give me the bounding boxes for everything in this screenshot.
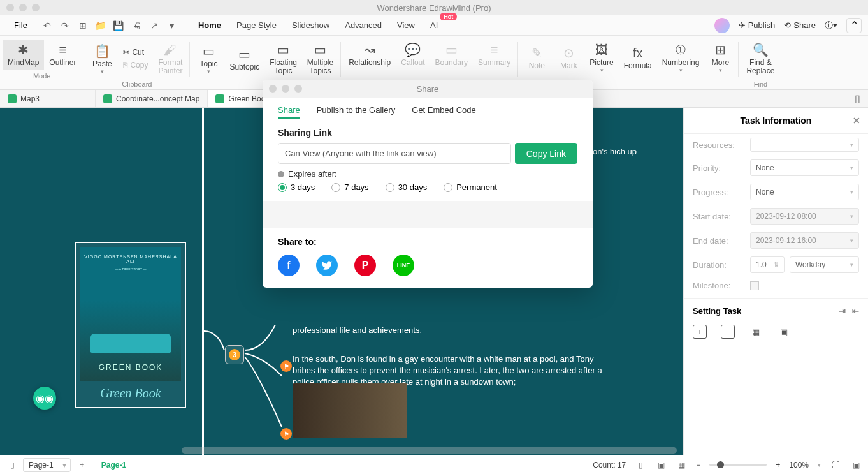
export-icon[interactable]: ↗: [148, 20, 160, 31]
dialog-close-icon[interactable]: [269, 85, 277, 93]
tab-page-style[interactable]: Page Style: [235, 18, 278, 33]
undo-icon[interactable]: ↶: [41, 20, 53, 31]
relationship-button[interactable]: ↝Relationship: [344, 40, 396, 70]
tab-advanced[interactable]: Advanced: [344, 18, 383, 33]
fit-page-icon[interactable]: ▣: [850, 459, 862, 471]
numbering-button[interactable]: ①Numbering▾: [657, 40, 705, 76]
tab-ai[interactable]: AI Hot: [429, 18, 439, 33]
page-selector[interactable]: Page-1▾: [23, 458, 71, 472]
zoom-out-button[interactable]: −: [696, 461, 700, 470]
zoom-slider[interactable]: [709, 464, 767, 466]
fullscreen-icon[interactable]: ⛶: [830, 459, 841, 471]
zoom-in-button[interactable]: +: [776, 461, 780, 470]
open-icon[interactable]: 📁: [95, 20, 106, 31]
add-page-button[interactable]: +: [76, 459, 89, 471]
priority-field[interactable]: None▾: [750, 159, 859, 176]
grid-task-icon[interactable]: ▦: [749, 325, 763, 339]
copy-button[interactable]: ⎘Copy: [120, 59, 150, 71]
file-menu[interactable]: File: [6, 18, 35, 33]
zoom-level[interactable]: 100%: [789, 461, 809, 470]
outliner-mode-button[interactable]: ≡ Outliner: [44, 40, 81, 70]
picture-button[interactable]: 🖼Picture▾: [584, 40, 618, 76]
user-avatar[interactable]: [714, 18, 730, 33]
expiry-permanent[interactable]: Permanent: [444, 182, 497, 192]
end-date-field[interactable]: 2023-09-12 16:00▾: [750, 232, 859, 249]
panel-toggle-icon[interactable]: ▯: [851, 93, 863, 105]
dialog-tab-share[interactable]: Share: [278, 105, 300, 119]
tab-view[interactable]: View: [396, 18, 416, 33]
subtopic-button[interactable]: ▭Subtopic: [224, 40, 264, 78]
indent-icon[interactable]: ⇥: [839, 306, 846, 316]
topic-node-3[interactable]: 3: [225, 345, 244, 364]
new-icon[interactable]: ⊞: [77, 20, 89, 31]
central-topic-greenbook[interactable]: VIGGO MORTENSEN MAHERSHALA ALI — A TRUE …: [75, 242, 186, 408]
mindmap-mode-button[interactable]: ✱ MindMap: [3, 40, 44, 70]
outdent-icon[interactable]: ⇤: [852, 306, 859, 316]
tab-slideshow[interactable]: Slideshow: [291, 18, 331, 33]
find-replace-button[interactable]: 🔍Find & Replace: [741, 40, 779, 78]
cut-button[interactable]: ✂Cut: [120, 47, 150, 58]
milestone-checkbox[interactable]: [750, 281, 759, 290]
duration-value-field[interactable]: 1.0⇅: [750, 256, 785, 273]
collapse-ribbon-button[interactable]: ⌃: [846, 18, 862, 33]
share-link-input[interactable]: [278, 143, 511, 164]
copy-link-button[interactable]: Copy Link: [515, 143, 577, 164]
facebook-icon[interactable]: f: [278, 255, 300, 276]
zoom-thumb[interactable]: [717, 461, 724, 468]
format-painter-label: Format Painter: [158, 59, 182, 75]
dialog-minimize-icon[interactable]: [282, 85, 289, 93]
maximize-window-icon[interactable]: [32, 4, 40, 11]
horizontal-scrollbar[interactable]: [182, 447, 677, 454]
export-dropdown-icon[interactable]: ▾: [166, 20, 178, 31]
view-mode-1-icon[interactable]: ▯: [635, 459, 646, 471]
duration-unit-field[interactable]: Workday▾: [790, 256, 859, 273]
close-window-icon[interactable]: [6, 4, 14, 11]
add-task-icon[interactable]: +: [693, 325, 707, 339]
start-date-field[interactable]: 2023-09-12 08:00▾: [750, 208, 859, 225]
paste-button[interactable]: 📋 Paste ▾: [86, 40, 118, 78]
active-page-tab[interactable]: Page-1: [101, 461, 126, 470]
redo-icon[interactable]: ↷: [59, 20, 71, 31]
ai-assistant-fab[interactable]: ◉◉: [33, 387, 56, 410]
resources-field[interactable]: ▾: [750, 138, 859, 152]
outline-toggle-icon[interactable]: ▯: [6, 459, 18, 471]
dialog-maximize-icon[interactable]: [294, 85, 302, 93]
mark-button[interactable]: ⊙Mark: [553, 40, 584, 76]
doctab-map3[interactable]: Map3: [0, 90, 96, 107]
outliner-icon: ≡: [59, 42, 67, 57]
view-mode-3-icon[interactable]: ▦: [676, 459, 687, 471]
remove-task-icon[interactable]: −: [721, 325, 735, 339]
doctab-coordinate[interactable]: Coordinate...oncept Map: [96, 90, 208, 107]
flag-marker-icon[interactable]: ⚑: [280, 428, 292, 440]
expiry-7days[interactable]: 7 days: [331, 182, 368, 192]
expiry-3days[interactable]: 3 days: [278, 182, 315, 192]
topic-button[interactable]: ▭Topic▾: [192, 40, 224, 78]
print-icon[interactable]: 🖨: [131, 20, 142, 31]
format-painter-button[interactable]: 🖌 Format Painter: [153, 40, 187, 78]
formula-button[interactable]: fxFormula: [619, 40, 657, 76]
multiple-topics-button[interactable]: ▭Multiple Topics: [302, 40, 338, 78]
summary-button[interactable]: ≡Summary: [473, 40, 516, 70]
line-icon[interactable]: LINE: [393, 255, 414, 276]
twitter-icon[interactable]: [316, 255, 338, 276]
share-button[interactable]: ⟲ Share: [784, 20, 816, 30]
progress-field[interactable]: None▾: [750, 184, 859, 200]
floating-topic-button[interactable]: ▭Floating Topic: [264, 40, 302, 78]
view-mode-2-icon[interactable]: ▣: [655, 459, 667, 471]
callout-button[interactable]: 💬Callout: [396, 40, 430, 70]
note-button[interactable]: ✎Note: [521, 40, 553, 76]
more-button[interactable]: ⊞More▾: [704, 40, 736, 76]
publish-button[interactable]: ✈ Publish: [739, 20, 776, 30]
tile-task-icon[interactable]: ▣: [777, 325, 791, 339]
boundary-button[interactable]: ▭Boundary: [430, 40, 473, 70]
pinterest-icon[interactable]: P: [354, 255, 376, 276]
minimize-window-icon[interactable]: [19, 4, 27, 11]
dialog-tab-gallery[interactable]: Publish to the Gallery: [317, 105, 396, 119]
expiry-30days[interactable]: 30 days: [386, 182, 428, 192]
close-panel-icon[interactable]: ✕: [853, 115, 860, 126]
flag-marker-icon[interactable]: ⚑: [280, 360, 292, 372]
help-button[interactable]: ⓘ▾: [825, 20, 837, 31]
save-icon[interactable]: 💾: [113, 20, 124, 31]
dialog-tab-embed[interactable]: Get Embed Code: [412, 105, 475, 119]
tab-home[interactable]: Home: [197, 18, 222, 33]
